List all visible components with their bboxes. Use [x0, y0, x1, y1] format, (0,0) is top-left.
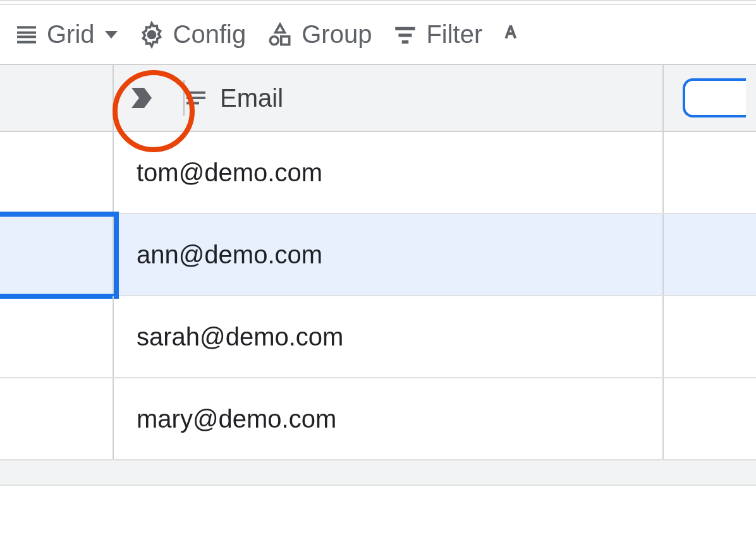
next-cell[interactable]: [664, 296, 756, 377]
next-cell[interactable]: [664, 378, 756, 459]
svg-rect-8: [399, 33, 412, 37]
column-resize-handle[interactable]: [183, 80, 185, 116]
text-field-icon: [183, 85, 209, 111]
column-header-row: Email: [0, 65, 756, 132]
group-label: Group: [302, 20, 372, 49]
dropdown-caret-icon: [105, 31, 118, 39]
email-cell[interactable]: tom@demo.com: [114, 132, 664, 213]
config-button[interactable]: Config: [130, 18, 254, 51]
shapes-icon: [266, 21, 294, 49]
svg-point-4: [148, 31, 155, 38]
group-button[interactable]: Group: [259, 18, 379, 51]
next-cell[interactable]: [664, 214, 756, 295]
row-handle[interactable]: [0, 296, 114, 377]
cell-selection-indicator: [683, 78, 746, 117]
svg-rect-6: [281, 36, 290, 44]
email-column-header[interactable]: Email: [114, 65, 664, 131]
config-label: Config: [173, 20, 247, 49]
row-header-spacer: [0, 65, 114, 131]
svg-rect-7: [396, 27, 416, 30]
email-value: sarah@demo.com: [137, 323, 343, 351]
email-cell[interactable]: ann@demo.com: [114, 214, 664, 295]
sort-button-partial[interactable]: [495, 18, 530, 51]
svg-rect-9: [402, 40, 409, 43]
gear-icon: [138, 21, 166, 49]
grid-area: Email tom@demo.com ann@demo.com sarah@de…: [0, 64, 756, 486]
table-row[interactable]: ann@demo.com: [0, 214, 756, 296]
next-cell[interactable]: [664, 132, 756, 213]
email-value: mary@demo.com: [137, 405, 336, 433]
row-handle[interactable]: [0, 132, 114, 213]
window-top-border: [0, 0, 756, 5]
svg-point-5: [271, 36, 279, 44]
email-header-label: Email: [220, 84, 283, 112]
email-value: ann@demo.com: [137, 241, 322, 269]
table-row[interactable]: tom@demo.com: [0, 132, 756, 214]
expand-chevron-icon[interactable]: [126, 83, 157, 113]
row-handle[interactable]: [0, 214, 114, 295]
grid-view-button[interactable]: Grid: [6, 18, 125, 51]
filter-label: Filter: [426, 20, 482, 49]
table-row[interactable]: sarah@demo.com: [0, 296, 756, 378]
row-handle[interactable]: [0, 378, 114, 459]
sort-az-icon: [503, 21, 530, 49]
email-value: tom@demo.com: [137, 159, 322, 187]
filter-button[interactable]: Filter: [384, 18, 490, 51]
list-icon: [14, 22, 39, 47]
grid-footer: [0, 460, 756, 486]
toolbar: Grid Config Group Filter: [0, 5, 756, 64]
email-cell[interactable]: sarah@demo.com: [114, 296, 664, 377]
next-column-header[interactable]: [664, 65, 756, 131]
selection-outline: [0, 212, 119, 299]
filter-icon: [392, 21, 418, 48]
email-cell[interactable]: mary@demo.com: [114, 378, 664, 459]
table-row[interactable]: mary@demo.com: [0, 378, 756, 460]
grid-view-label: Grid: [47, 20, 95, 49]
